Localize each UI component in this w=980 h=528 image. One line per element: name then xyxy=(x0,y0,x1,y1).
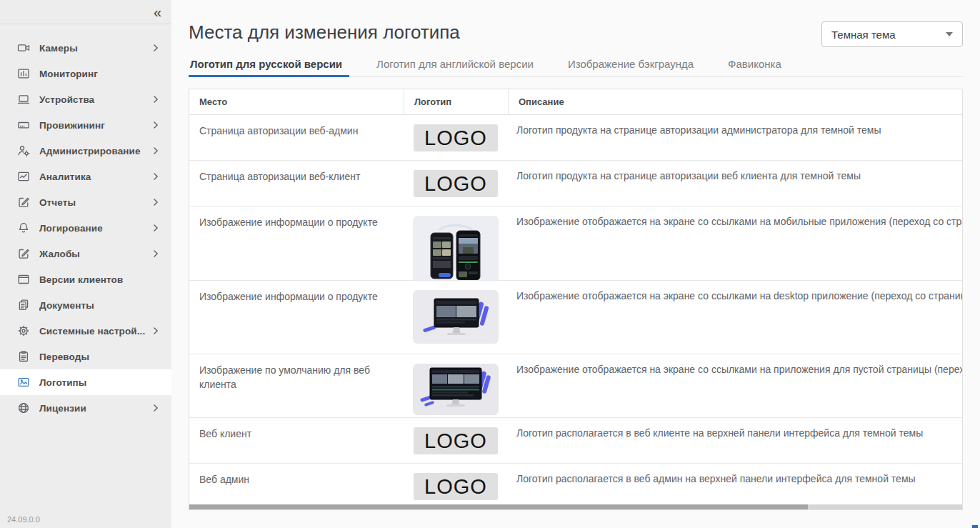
product-info-desktop-image[interactable] xyxy=(413,290,499,344)
corner-fragment xyxy=(972,525,978,528)
sidebar-item-6[interactable]: Отчеты xyxy=(0,189,171,215)
horizontal-scrollbar-thumb[interactable] xyxy=(189,504,808,509)
sidebar-item-12[interactable]: Переводы xyxy=(0,344,171,369)
sidebar-item-label: Логирование xyxy=(39,223,150,234)
chevron-right-icon xyxy=(150,196,161,208)
server-device-icon xyxy=(17,119,30,131)
tab-1[interactable]: Логотип для английской версии xyxy=(375,53,541,76)
cell-logo: LOGO xyxy=(404,115,508,160)
horizontal-scrollbar[interactable] xyxy=(189,504,962,509)
sidebar: « КамерыМониторингУстройстваПровижинингА… xyxy=(0,0,171,528)
sidebar-item-8[interactable]: Жалобы xyxy=(0,241,171,267)
sidebar-item-2[interactable]: Устройства xyxy=(0,86,171,112)
table-header: Место Логотип Описание xyxy=(189,89,962,115)
sidebar-item-label: Провижининг xyxy=(39,120,150,131)
sidebar-item-1[interactable]: Мониторинг xyxy=(0,61,171,86)
chevron-right-icon xyxy=(150,145,161,156)
cell-logo: LOGO xyxy=(404,418,508,463)
chevron-right-icon xyxy=(150,325,161,337)
sidebar-item-label: Логотипы xyxy=(39,377,161,388)
documents-stack-icon xyxy=(17,299,30,312)
theme-select[interactable]: Темная тема xyxy=(821,21,963,47)
table-row[interactable]: Веб админLOGOЛоготип располагается в веб… xyxy=(189,464,962,504)
sidebar-item-3[interactable]: Провижининг xyxy=(0,112,171,138)
cell-logo: LOGO xyxy=(404,161,508,206)
cell-description: Изображение отображается на экране со сс… xyxy=(508,354,962,417)
chevron-right-icon xyxy=(150,402,161,414)
chevron-right-icon xyxy=(150,42,161,54)
sidebar-item-4[interactable]: Администрирование xyxy=(0,138,171,164)
sidebar-item-label: Аналитика xyxy=(39,171,150,182)
laptop-icon xyxy=(17,93,30,106)
sidebar-item-label: Переводы xyxy=(39,352,161,362)
chevron-right-icon xyxy=(150,94,161,105)
logo-placeholder[interactable]: LOGO xyxy=(414,473,498,500)
sidebar-item-10[interactable]: Документы xyxy=(0,292,171,318)
theme-select-value: Темная тема xyxy=(831,29,896,41)
sidebar-item-0[interactable]: Камеры xyxy=(0,35,171,61)
sidebar-item-11[interactable]: Системные настрой... xyxy=(0,318,171,344)
sidebar-item-label: Версии клиентов xyxy=(39,274,161,285)
tab-0[interactable]: Логотип для русской версии xyxy=(189,53,349,76)
table-row[interactable]: Изображение информации о продуктеИзображ… xyxy=(189,206,962,281)
cell-place: Веб админ xyxy=(189,464,404,504)
table-row[interactable]: Изображение информации о продуктеИзображ… xyxy=(189,281,962,354)
column-header-place: Место xyxy=(189,89,404,114)
sidebar-item-label: Документы xyxy=(39,300,161,311)
chevron-right-icon xyxy=(150,119,161,131)
sidebar-item-label: Лицензии xyxy=(39,403,150,414)
sidebar-item-7[interactable]: Логирование xyxy=(0,215,171,241)
logo-placeholder[interactable]: LOGO xyxy=(414,124,498,151)
sidebar-item-5[interactable]: Аналитика xyxy=(0,164,171,189)
cell-description: Логотип располагается в веб клиенте на в… xyxy=(508,418,962,463)
app-version: 24.09.0.0 xyxy=(7,515,40,524)
cell-place: Страница авторизации веб-клиент xyxy=(189,161,404,206)
product-info-mobile-image[interactable] xyxy=(413,216,499,281)
logo-placeholder[interactable]: LOGO xyxy=(414,427,498,454)
table-row[interactable]: Страница авторизации веб-клиентLOGOЛогот… xyxy=(189,161,962,206)
analytics-graph-icon xyxy=(17,170,30,183)
cell-description: Логотип продукта на странице авторизации… xyxy=(508,115,962,160)
chevron-right-icon xyxy=(150,171,161,182)
sidebar-item-label: Устройства xyxy=(39,94,150,105)
cell-place: Страница авторизации веб-админ xyxy=(189,115,404,160)
edit-note-icon xyxy=(17,196,30,209)
collapse-sidebar-icon[interactable]: « xyxy=(154,5,161,19)
gear-icon xyxy=(17,324,30,337)
column-header-description: Описание xyxy=(508,89,962,114)
tab-2[interactable]: Изображение бэкграунда xyxy=(566,53,701,76)
sidebar-item-14[interactable]: Лицензии xyxy=(0,395,171,421)
cell-logo: LOGO xyxy=(404,464,508,504)
sidebar-item-label: Системные настрой... xyxy=(39,326,150,337)
image-icon xyxy=(17,376,30,389)
cell-description: Изображение отображается на экране со сс… xyxy=(508,281,962,354)
sidebar-menu: КамерыМониторингУстройстваПровижинингАдм… xyxy=(0,24,171,421)
tab-3[interactable]: Фавиконка xyxy=(726,53,789,76)
sidebar-item-13[interactable]: Логотипы xyxy=(0,369,171,395)
chevron-right-icon xyxy=(150,222,161,234)
sidebar-item-label: Отчеты xyxy=(39,197,150,208)
sidebar-item-label: Жалобы xyxy=(39,249,150,259)
cell-logo xyxy=(404,206,508,280)
cell-description: Логотип располагается в веб админ на вер… xyxy=(508,464,962,504)
cell-place: Изображение информации о продукте xyxy=(189,281,404,354)
web-client-default-image[interactable] xyxy=(413,364,499,415)
user-gear-icon xyxy=(17,144,30,157)
table-row[interactable]: Веб клиентLOGOЛоготип располагается в ве… xyxy=(189,418,962,464)
cell-logo xyxy=(404,354,508,417)
sidebar-item-9[interactable]: Версии клиентов xyxy=(0,267,171,292)
cell-place: Изображение по умолчанию для веб клиента xyxy=(189,354,404,417)
sidebar-header: « xyxy=(0,0,171,24)
table-row[interactable]: Изображение по умолчанию для веб клиента… xyxy=(189,354,962,418)
edit-note-icon xyxy=(17,247,30,260)
clipboard-icon xyxy=(17,350,30,363)
tabs: Логотип для русской версииЛоготип для ан… xyxy=(189,53,963,77)
globe-icon xyxy=(17,402,30,414)
sidebar-item-label: Камеры xyxy=(39,43,150,54)
sidebar-item-label: Мониторинг xyxy=(39,69,161,79)
table-row[interactable]: Страница авторизации веб-админLOGOЛоготи… xyxy=(189,115,962,161)
cell-logo xyxy=(404,281,508,354)
logo-placeholder[interactable]: LOGO xyxy=(414,170,498,197)
main-content: Места для изменения логотипа Темная тема… xyxy=(171,0,980,528)
sidebar-item-label: Администрирование xyxy=(39,146,150,156)
